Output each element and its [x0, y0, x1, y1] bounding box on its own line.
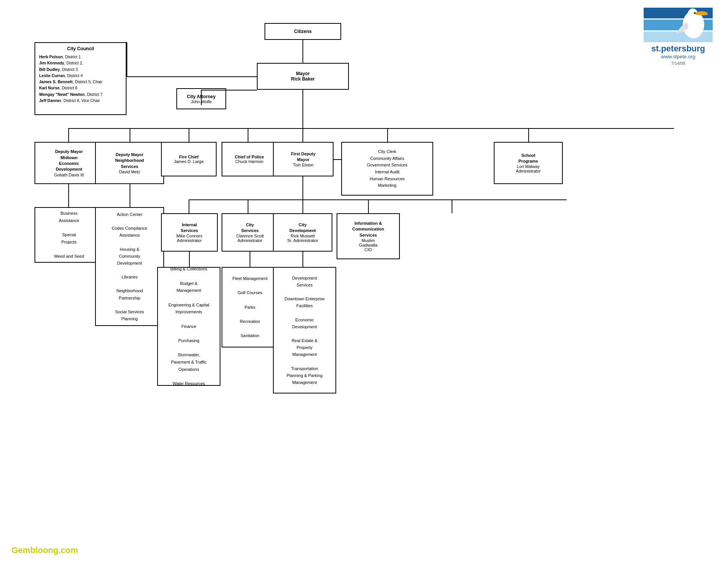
mayor-box: Mayor Rick Baker	[257, 63, 349, 90]
city-services-box: CityServices Clarence ScottAdministrator	[222, 213, 278, 252]
dep-mayor-neighborhood-name: David Metz	[119, 170, 140, 174]
action-center-list: Action CenterCodes ComplianceAssistanceH…	[112, 211, 148, 322]
info-comm-title: Information &CommunicationServices	[352, 221, 384, 238]
action-center-box: Action CenterCodes ComplianceAssistanceH…	[95, 207, 164, 326]
council-member-4: Leslie Curran, District 4	[39, 73, 83, 78]
city-council-title: City Council	[39, 46, 122, 51]
business-assistance-box: BusinessAssistanceSpecialProjectsWeed an…	[35, 207, 104, 263]
first-dep-mayor-box: First DeputyMayor Tish Elston	[273, 142, 334, 176]
chief-police-box: Chief of Police Chuck Harmon	[222, 142, 277, 176]
city-services-list: Fleet ManagementGolf CoursesParksRecreat…	[232, 275, 268, 339]
school-programs-title: SchoolPrograms	[518, 153, 538, 165]
internal-services-list: Billing & CollectionsBudget &ManagementE…	[168, 265, 209, 387]
dep-mayor-midtown-box: Deputy MayorMidtownEconomicDevelopment G…	[35, 142, 104, 184]
internal-services-box: InternalServices Mike ConnorsAdministrat…	[161, 213, 218, 252]
info-comm-box: Information &CommunicationServices Musli…	[337, 213, 400, 259]
org-chart: Citizens Mayor Rick Baker City Council H…	[12, 8, 716, 537]
fire-chief-box: Fire Chief James D. Large	[161, 142, 217, 176]
mayor-title: Mayor	[296, 71, 309, 76]
city-development-title: CityDevelopment	[289, 222, 316, 234]
first-dep-mayor-name: Tish Elston	[293, 163, 314, 167]
first-dep-mayor-title: First DeputyMayor	[291, 151, 316, 163]
city-clerk-box: City ClerkCommunity AffairsGovernment Se…	[341, 142, 433, 196]
council-member-2: Jim Kennedy, District 2,	[39, 61, 83, 65]
city-development-list-box: DevelopmentServicesDowntown EnterpriseFa…	[273, 267, 336, 393]
city-services-name: Clarence ScottAdministrator	[236, 234, 264, 243]
school-programs-name: Lori MatwayAdministrator	[516, 164, 541, 173]
council-member-1: Herb Polson, District 1	[39, 54, 81, 59]
business-assistance-list: BusinessAssistanceSpecialProjectsWeed an…	[54, 210, 84, 260]
city-services-title: CityServices	[241, 222, 258, 234]
council-member-6: Karl Nurse, District 6	[39, 86, 77, 90]
page-container: st.petersburg www.stpete.org 7/14/08 Cit…	[0, 0, 728, 563]
dep-mayor-midtown-name: Goliath Davis III	[54, 173, 84, 177]
city-clerk-list: City ClerkCommunity AffairsGovernment Se…	[367, 148, 408, 189]
city-council-box: City Council Herb Polson, District 1 Jim…	[35, 42, 127, 115]
city-services-list-box: Fleet ManagementGolf CoursesParksRecreat…	[222, 267, 278, 347]
dep-mayor-midtown-title: Deputy MayorMidtownEconomicDevelopment	[55, 149, 83, 173]
internal-services-name: Mike ConnorsAdministrator	[176, 234, 202, 243]
council-member-3: Bill Dudley, District 3	[39, 67, 78, 72]
internal-services-list-box: Billing & CollectionsBudget &ManagementE…	[157, 267, 220, 386]
chief-police-name: Chuck Harmon	[235, 159, 263, 164]
school-programs-box: SchoolPrograms Lori MatwayAdministrator	[494, 142, 563, 184]
city-development-box: CityDevelopment Rick MussettSr. Administ…	[273, 213, 332, 252]
fire-chief-title: Fire Chief	[179, 155, 199, 159]
chief-police-title: Chief of Police	[235, 155, 264, 159]
city-development-name: Rick MussettSr. Administrator	[287, 234, 318, 243]
dep-mayor-neighborhood-title: Deputy MayorNeighborhoodServices	[115, 152, 144, 170]
fire-chief-name: James D. Large	[174, 159, 204, 164]
city-development-list: DevelopmentServicesDowntown EnterpriseFa…	[284, 275, 325, 386]
citizens-label: Citizens	[294, 29, 312, 34]
watermark: Gembloong.com	[12, 545, 78, 555]
council-member-5: James S. Bennett, District 5, Chair	[39, 79, 102, 84]
internal-services-title: InternalServices	[181, 222, 198, 234]
info-comm-name: MuslimGadiwallaCIO	[359, 238, 377, 252]
citizens-box: Citizens	[265, 23, 341, 40]
mayor-name: Rick Baker	[291, 76, 315, 82]
council-member-8: Jeff Danner, District 8, Vice Chair	[39, 98, 100, 103]
dep-mayor-neighborhood-box: Deputy MayorNeighborhoodServices David M…	[95, 142, 164, 184]
council-member-7: Wengay "Newt" Newton, District 7	[39, 92, 103, 97]
